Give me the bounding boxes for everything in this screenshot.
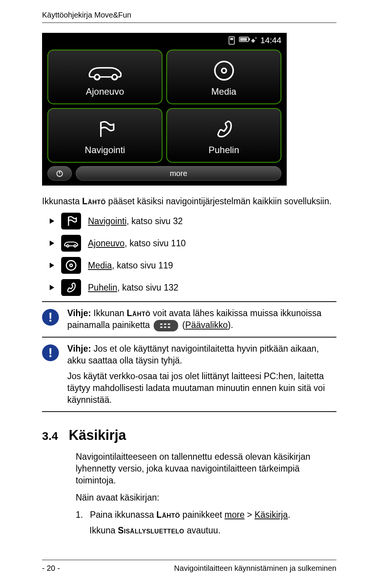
ref-link: Navigointi [88, 216, 127, 226]
ref-link: Puhelin [88, 283, 117, 292]
section-heading: 3.4 Käsikirja [42, 427, 336, 443]
hint-block-1: ! Vihje: Ikkunan Lähtö voit avata lähes … [42, 301, 336, 338]
page-footer: - 20 - Navigointilaitteen käynnistäminen… [42, 560, 336, 573]
svg-rect-20 [168, 326, 170, 328]
ref-puhelin: Puhelin, katso sivu 132 [50, 279, 336, 296]
header-divider [42, 23, 336, 23]
svg-rect-16 [164, 323, 166, 325]
car-icon [84, 57, 126, 84]
disc-icon [213, 57, 235, 84]
vehicle-tile[interactable]: Ajoneuvo [47, 50, 162, 104]
svg-point-12 [74, 245, 76, 247]
screenshot-figure: 14:44 Ajoneuvo Media Navigointi Puhelin [42, 33, 287, 186]
svg-rect-1 [230, 38, 233, 40]
flag-icon [94, 116, 116, 142]
battery-icon [239, 36, 246, 45]
section-body: Navigointilaitteeseen on tallennettu ede… [76, 451, 336, 536]
svg-point-11 [67, 245, 69, 247]
svg-rect-15 [160, 323, 162, 325]
svg-point-14 [70, 264, 73, 267]
page-number: - 20 - [42, 564, 60, 573]
info-icon: ! [42, 309, 59, 326]
more-label: more [170, 169, 187, 178]
running-header: Käyttöohjekirja Move&Fun [42, 11, 336, 19]
svg-point-9 [222, 68, 226, 73]
media-tile[interactable]: Media [166, 50, 281, 104]
tile-label: Puhelin [208, 145, 239, 155]
svg-rect-4 [240, 38, 247, 41]
ref-link: Ajoneuvo [88, 238, 125, 248]
svg-rect-17 [168, 323, 170, 325]
phone-tile[interactable]: Puhelin [166, 108, 281, 163]
hint-block-2: ! Vihje: Jos et ole käyttänyt navigointi… [42, 338, 336, 412]
tile-label: Ajoneuvo [86, 86, 124, 97]
intro-paragraph: Ikkunasta Lähtö pääset käsiksi navigoint… [42, 195, 336, 207]
bottom-bar: more [42, 165, 287, 186]
svg-point-6 [94, 74, 99, 79]
ref-navigointi: Navigointi, katso sivu 32 [50, 213, 336, 229]
svg-point-7 [112, 74, 117, 79]
section-title: Käsikirja [69, 427, 126, 443]
ref-media: Media, katso sivu 119 [50, 257, 336, 274]
svg-point-5 [255, 37, 257, 39]
car-icon [61, 235, 81, 252]
ref-ajoneuvo: Ajoneuvo, katso sivu 110 [50, 235, 336, 252]
step-1: 1. Paina ikkunassa Lähtö painikkeet more… [76, 509, 336, 521]
phone-icon [61, 279, 81, 296]
section-number: 3.4 [42, 430, 58, 443]
flag-icon [61, 213, 81, 229]
ref-link: Media [88, 260, 112, 270]
nav-tile[interactable]: Navigointi [47, 108, 162, 163]
bullet-icon [50, 263, 54, 268]
sim-icon [228, 36, 235, 45]
svg-rect-18 [160, 326, 162, 328]
tile-label: Navigointi [85, 145, 125, 155]
satellite-icon [250, 36, 257, 45]
phone-icon [213, 116, 235, 142]
tile-label: Media [211, 86, 236, 97]
menu-grid-icon [154, 320, 178, 331]
info-icon: ! [42, 344, 59, 361]
bullet-icon [50, 218, 54, 224]
clock-time: 14:44 [260, 36, 281, 45]
svg-point-8 [215, 61, 233, 80]
bullet-icon [50, 241, 54, 246]
svg-point-13 [67, 261, 76, 270]
footer-chapter: Navigointilaitteen käynnistäminen ja sul… [174, 564, 336, 573]
status-bar: 14:44 [42, 33, 287, 48]
tile-grid: Ajoneuvo Media Navigointi Puhelin [42, 48, 287, 165]
bullet-icon [50, 285, 54, 290]
power-button[interactable] [47, 166, 72, 181]
svg-rect-19 [164, 326, 166, 328]
more-button[interactable]: more [76, 166, 281, 181]
disc-icon [61, 257, 81, 274]
